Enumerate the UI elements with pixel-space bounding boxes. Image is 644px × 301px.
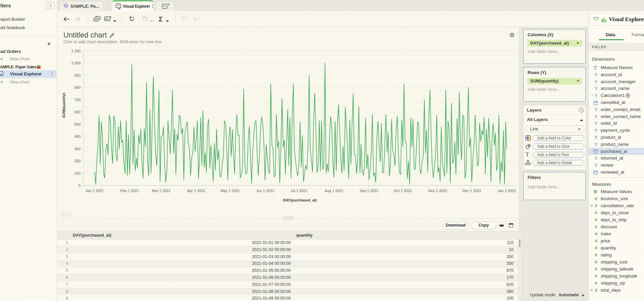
svg-text:Jan 1 2022: Jan 1 2022	[498, 189, 516, 193]
svg-text:500: 500	[74, 122, 80, 126]
svg-text:600: 600	[74, 110, 80, 114]
svg-text:May 1 2021: May 1 2021	[220, 189, 239, 193]
svg-text:700: 700	[74, 98, 80, 102]
svg-text:800: 800	[74, 85, 80, 89]
svg-text:Feb 1 2021: Feb 1 2021	[120, 189, 139, 193]
svg-text:Apr 1 2021: Apr 1 2021	[187, 189, 205, 193]
svg-text:200: 200	[74, 159, 80, 163]
svg-text:Dec 1 2021: Dec 1 2021	[462, 189, 481, 193]
svg-text:Aug 1 2021: Aug 1 2021	[325, 189, 343, 193]
svg-text:100: 100	[74, 171, 80, 175]
svg-text:Jun 1 2021: Jun 1 2021	[256, 189, 274, 193]
svg-text:Mar 1 2021: Mar 1 2021	[152, 189, 171, 193]
svg-text:900: 900	[74, 73, 80, 77]
svg-text:1,100: 1,100	[71, 49, 80, 53]
svg-text:Oct 1 2021: Oct 1 2021	[394, 189, 412, 193]
svg-text:Jan 1 2021: Jan 1 2021	[86, 189, 104, 193]
svg-text:Sep 1 2021: Sep 1 2021	[360, 189, 378, 193]
svg-text:0: 0	[78, 183, 80, 187]
svg-text:Jul 1 2021: Jul 1 2021	[290, 189, 308, 193]
svg-text:Nov 1 2021: Nov 1 2021	[428, 189, 447, 193]
svg-text:300: 300	[74, 147, 80, 151]
svg-text:1,000: 1,000	[71, 61, 80, 65]
svg-text:400: 400	[74, 134, 80, 138]
